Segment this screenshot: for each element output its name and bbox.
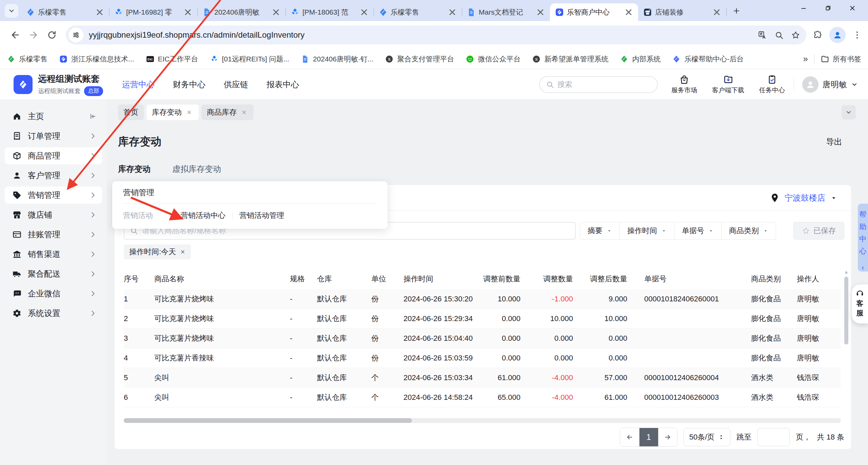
table-row[interactable]: 3可比克薯片烧烤味-默认仓库份2024-06-26 15:04:400.0000… <box>124 329 841 348</box>
address-bar[interactable]: yyjjrqgubnexjsi19eof.shopmars.cn/admin/d… <box>66 25 806 44</box>
browser-tab[interactable]: 店铺装修 <box>638 3 726 21</box>
reload-button[interactable] <box>43 26 61 44</box>
sidebar-item[interactable]: 挂账管理 <box>5 226 102 243</box>
prev-page-button[interactable] <box>620 428 639 446</box>
flyout-item-marketing-center[interactable]: 营销活动中心 <box>181 210 225 221</box>
tab-close-button[interactable] <box>94 6 106 18</box>
sidebar-item[interactable]: 系统设置 <box>5 305 102 322</box>
store-selector[interactable]: 宁波鼓楼店 <box>785 192 825 203</box>
breadcrumb-expand-button[interactable] <box>842 105 856 119</box>
filter-dropdown[interactable]: 操作时间 <box>620 222 674 240</box>
saved-filters-button[interactable]: 已保存 <box>793 222 844 240</box>
horizontal-scrollbar-thumb[interactable] <box>124 418 412 423</box>
bookmark-item[interactable]: [01远程REITs] 问题... <box>210 54 289 64</box>
breadcrumb-chip[interactable]: 首页 <box>118 105 144 120</box>
current-page-button[interactable]: 1 <box>639 428 658 446</box>
quick-link-dlfolder[interactable]: 客户端下载 <box>712 74 744 95</box>
bookmark-item[interactable]: S新希望派单管理系统 <box>532 54 608 64</box>
site-info-button[interactable] <box>68 27 83 42</box>
bookmark-item[interactable]: 内部系统 <box>620 54 660 64</box>
app-logo[interactable] <box>14 75 33 94</box>
table-row[interactable]: 2可比克薯片烧烤味-默认仓库份2024-06-26 15:29:340.0001… <box>124 309 841 329</box>
table-row[interactable]: 1可比克薯片烧烤味-默认仓库份2024-06-26 15:30:2010.000… <box>124 289 841 309</box>
browser-tab[interactable]: 乐檬零售 <box>374 3 462 21</box>
sidebar-item[interactable]: 营销管理 <box>5 187 102 204</box>
tab-close-button[interactable] <box>358 6 370 18</box>
next-page-button[interactable] <box>658 428 677 446</box>
top-nav-item[interactable]: 供应链 <box>224 79 248 90</box>
bookmark-star-icon[interactable] <box>791 31 800 40</box>
export-button[interactable]: 导出 <box>826 136 842 147</box>
tab-close-button[interactable] <box>270 6 282 18</box>
vertical-scrollbar-thumb[interactable] <box>844 277 848 345</box>
bookmark-item[interactable]: 乐檬零售 <box>7 54 47 64</box>
all-bookmarks-button[interactable]: 所有书签 <box>821 54 861 64</box>
user-menu[interactable]: 唐明敏 <box>802 76 858 93</box>
sidebar-item[interactable]: 销售渠道 <box>5 246 102 263</box>
page-size-select[interactable]: 50条/页 <box>684 428 731 446</box>
bookmark-item[interactable]: 乐檬帮助中心-后台 <box>672 54 744 64</box>
filter-dropdown[interactable]: 商品类别 <box>722 222 776 240</box>
bookmark-item[interactable]: S聚合支付管理平台 <box>385 54 454 64</box>
breadcrumb-chip[interactable]: 商品库存 <box>201 105 254 120</box>
tab-close-button[interactable] <box>623 6 635 18</box>
sidebar-item[interactable]: 微店铺 <box>5 206 102 223</box>
sidebar-item[interactable]: 聚合配送 <box>5 265 102 282</box>
bookmark-item[interactable]: 浙江乐檬信息技术... <box>59 54 134 64</box>
tab-close-button[interactable] <box>182 6 194 18</box>
back-button[interactable] <box>6 26 24 44</box>
browser-tab[interactable]: [PM-16982] 零 <box>109 3 197 21</box>
find-icon[interactable] <box>774 31 784 40</box>
window-restore-button[interactable] <box>816 0 840 16</box>
caret-down-icon[interactable] <box>830 194 837 202</box>
top-nav-item[interactable]: 运营中心 <box>122 79 155 90</box>
jump-page-input[interactable] <box>757 428 790 446</box>
browser-tab[interactable]: 乐檬零售 <box>21 3 109 21</box>
new-tab-button[interactable] <box>730 4 743 18</box>
extensions-icon[interactable] <box>813 30 823 40</box>
browser-tab[interactable]: [PM-18063] 范 <box>285 3 374 21</box>
bookmarks-overflow-button[interactable]: » <box>803 54 808 64</box>
filter-dropdown[interactable]: 摘要 <box>580 222 620 240</box>
tab-search-button[interactable] <box>5 4 18 18</box>
page-tab[interactable]: 虚拟库存变动 <box>172 164 221 174</box>
browser-tab[interactable]: 乐智商户中心 <box>550 3 638 21</box>
table-row[interactable]: 6尖叫-默认仓库个2024-06-26 14:58:2465.000-4.000… <box>124 388 841 407</box>
translate-icon[interactable] <box>758 31 767 40</box>
close-icon[interactable] <box>180 249 185 255</box>
browser-menu-icon[interactable] <box>852 30 862 40</box>
table-row[interactable]: 4可比克薯片香辣味-默认仓库份2024-06-26 15:03:590.0000… <box>124 348 841 368</box>
tab-close-button[interactable] <box>711 6 723 18</box>
chip-close-button[interactable] <box>185 108 193 116</box>
flyout-item-marketing-manage[interactable]: 营销活动管理 <box>239 210 284 221</box>
table-row[interactable]: 5尖叫-默认仓库个2024-06-26 15:03:3461.000-4.000… <box>124 368 841 388</box>
sidebar-item[interactable]: 企业微信 <box>5 285 102 302</box>
window-minimize-button[interactable] <box>791 0 816 16</box>
filter-dropdown[interactable]: 单据号 <box>674 222 722 240</box>
sidebar-item[interactable]: 主页 <box>5 108 102 125</box>
bookmark-item[interactable]: 202406唐明敏·钉... <box>301 54 374 64</box>
collapse-arrow-icon[interactable]: ‹ <box>862 263 864 272</box>
bookmark-item[interactable]: EICEIC工作平台 <box>146 54 198 64</box>
forward-button[interactable] <box>24 26 43 44</box>
quick-link-bag[interactable]: 服务市场 <box>671 74 697 95</box>
browser-tab[interactable]: 202406唐明敏 <box>197 3 285 21</box>
sidebar-item[interactable]: 订单管理 <box>5 128 102 145</box>
chip-close-button[interactable] <box>240 108 248 116</box>
top-nav-item[interactable]: 财务中心 <box>173 79 205 90</box>
top-nav-item[interactable]: 报表中心 <box>267 79 299 90</box>
sidebar-item[interactable]: 客户管理 <box>5 167 102 184</box>
scroll-up-arrow[interactable]: ▲ <box>844 269 849 275</box>
browser-profile-button[interactable] <box>829 27 846 43</box>
tab-close-button[interactable] <box>446 6 458 18</box>
vertical-scrollbar[interactable]: ▲ <box>844 269 849 415</box>
help-center-tab[interactable]: 帮助中心‹ <box>858 204 868 272</box>
bookmark-item[interactable]: 微信公众平台 <box>466 54 520 64</box>
horizontal-scrollbar[interactable] <box>124 418 841 423</box>
page-tab[interactable]: 库存变动 <box>118 164 151 174</box>
global-search-input[interactable]: 搜索 <box>539 76 658 93</box>
active-filter-chip[interactable]: 操作时间:今天 <box>124 244 191 259</box>
customer-service-button[interactable]: 客服 <box>852 284 868 323</box>
sidebar-item[interactable]: 商品管理 <box>5 147 102 164</box>
breadcrumb-chip[interactable]: 库存变动 <box>146 105 199 120</box>
